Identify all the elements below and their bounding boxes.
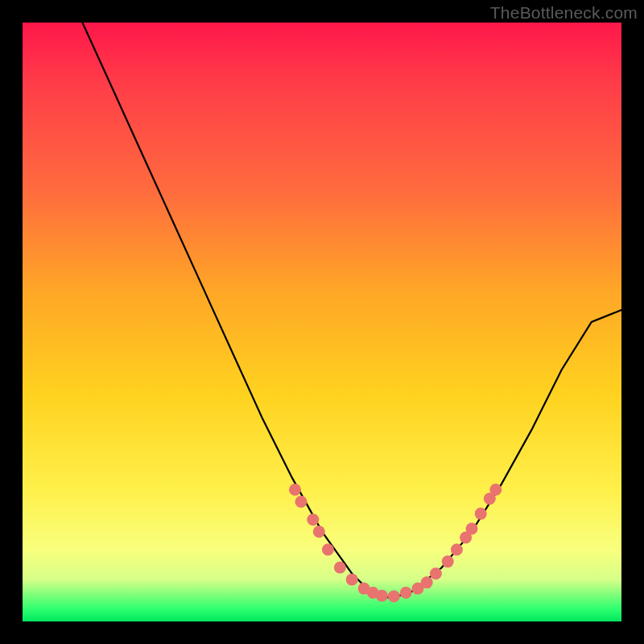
data-marker [451, 543, 463, 555]
chart-frame: TheBottleneck.com [0, 0, 644, 644]
marker-group [289, 484, 502, 603]
data-marker [421, 576, 433, 588]
data-marker [295, 496, 308, 508]
data-marker [475, 508, 487, 520]
data-marker [489, 484, 502, 496]
data-marker [313, 526, 325, 538]
data-marker [307, 514, 319, 526]
chart-svg [23, 23, 621, 621]
data-marker [334, 562, 346, 574]
plot-area [23, 23, 621, 621]
data-marker [400, 587, 412, 599]
data-marker [322, 543, 334, 555]
curve-path [82, 23, 621, 597]
data-marker [466, 522, 478, 535]
data-marker [442, 555, 454, 568]
data-marker [346, 573, 358, 585]
data-marker [388, 590, 400, 602]
data-marker [289, 484, 301, 496]
watermark-text: TheBottleneck.com [490, 3, 638, 23]
data-marker [430, 568, 442, 580]
data-marker [376, 590, 388, 602]
